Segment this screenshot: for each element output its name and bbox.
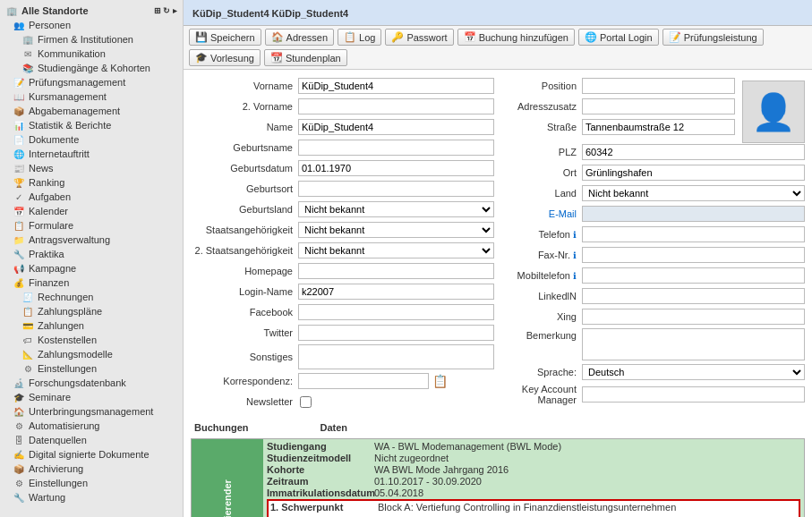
xing-input[interactable] [582,309,805,325]
sonstiges-input[interactable] [298,344,494,369]
loginname-input[interactable] [298,284,494,300]
sidebar-item-dokumente[interactable]: 📄 Dokumente [0,132,183,147]
twitter-input[interactable] [298,325,494,341]
loginname-row: Login-Name [191,283,494,301]
sidebar-item-praktika[interactable]: 🔧 Praktika [0,247,183,261]
homepage-input[interactable] [298,263,494,279]
vorname-input[interactable] [298,78,494,94]
password-button[interactable]: 🔑 Passwort [385,29,453,46]
sprache-select[interactable]: Deutsch [582,364,805,380]
booking-add-button[interactable]: 📅 Buchung hinzufügen [457,29,575,46]
sidebar-item-kampagne[interactable]: 📢 Kampagne [0,261,183,275]
sidebar-item-ranking[interactable]: 🏆 Ranking [0,175,183,190]
sidebar-item-antragsverwaltung[interactable]: 📁 Antragsverwaltung [0,233,183,247]
sidebar-item-studiengaenge[interactable]: 📚 Studiengänge & Kohorten [0,61,183,75]
sidebar-item-pruefungsmanagement[interactable]: 📝 Prüfungsmanagement [0,75,183,89]
vorname2-input[interactable] [298,98,494,114]
sidebar-item-zahlungsplaene[interactable]: 📋 Zahlungspläne [0,304,183,318]
staatsangehoerigkeit2-select[interactable]: Nicht bekannt [298,242,494,258]
toolbar: 💾 Speichern 🏠 Adressen 📋 Log 🔑 Passwort … [184,26,812,70]
strasse-input[interactable] [582,119,735,135]
email-row: E-Mail [501,205,805,223]
news-icon: 📰 [13,164,25,174]
geburtsland-select[interactable]: Nicht bekannt [298,201,494,217]
sidebar-item-alle-standorte[interactable]: 🏢 Alle Standorte ⊞ ↻ ▸ [0,4,183,18]
telefon-input[interactable] [582,226,805,242]
land-select[interactable]: Nicht bekannt [582,185,805,201]
linkedin-input[interactable] [582,288,805,304]
sidebar-item-zahlungen[interactable]: 💳 Zahlungen [0,318,183,333]
geburtsort-input[interactable] [298,181,494,197]
addresses-button[interactable]: 🏠 Adressen [265,29,334,46]
position-row: Position [501,77,735,95]
task-icon: ✓ [13,192,25,202]
sidebar-item-archivierung[interactable]: 📦 Archivierung [0,462,183,476]
sidebar-item-internetauftritt[interactable]: 🌐 Internetauftritt [0,147,183,161]
sidebar-item-kursmanagement[interactable]: 📖 Kursmanagement [0,89,183,104]
geburtsort-row: Geburtsort [191,180,494,198]
sidebar-item-seminare[interactable]: 🎓 Seminare [0,390,183,404]
mobiltelefon-input[interactable] [582,267,805,284]
sonstiges-label: Sonstiges [191,352,298,362]
facebook-input[interactable] [298,304,494,320]
sidebar-label: Einstellungen [29,478,88,488]
sidebar-item-personen[interactable]: 👥 Personen [0,18,183,32]
sidebar-item-unterbringung[interactable]: 🏠 Unterbringungsmanagement [0,404,183,419]
adresszusatz-input[interactable] [582,98,735,114]
sidebar-item-abgabemanagement[interactable]: 📦 Abgabemanagement [0,104,183,118]
sidebar-item-zahlungsmodelle[interactable]: 📐 Zahlungsmodelle [0,347,183,361]
keyaccount-input[interactable] [582,386,805,403]
web-icon: 🌐 [13,149,25,159]
korrespondenz-icon[interactable]: 📋 [432,374,448,388]
plz-input[interactable] [582,144,805,160]
sidebar-item-digital-signierte[interactable]: ✍ Digital signierte Dokumente [0,447,183,462]
portal-login-button[interactable]: 🌐 Portal Login [578,29,659,46]
fax-input[interactable] [582,247,805,263]
log-button[interactable]: 📋 Log [338,29,381,46]
linkedin-row: LinkedlN [501,287,805,305]
xing-row: Xing [501,308,805,326]
schedule-button[interactable]: 📆 Stundenplan [264,49,347,66]
sidebar-label: Internetauftritt [29,148,90,159]
sidebar-item-formulare[interactable]: 📋 Formulare [0,218,183,233]
geburtsdatum-row: Geburtsdatum [191,159,494,177]
email-input[interactable] [582,206,805,222]
newsletter-checkbox[interactable] [300,396,312,408]
sidebar-item-rechnungen[interactable]: 🧾 Rechnungen [0,290,183,304]
staatsangehoerigkeit-select[interactable]: Nicht bekannt [298,222,494,238]
save-button[interactable]: 💾 Speichern [189,29,261,46]
sidebar-item-news[interactable]: 📰 News [0,161,183,175]
sidebar-item-kommunikation[interactable]: ✉ Kommunikation [0,47,183,61]
korrespondenz-input[interactable] [298,373,429,389]
sidebar-label: Archivierung [29,463,83,474]
sidebar-item-forschungsdatenbank[interactable]: 🔬 Forschungsdatenbank [0,376,183,390]
ort-input[interactable] [582,165,805,181]
bookings-header-label: Buchungen [194,422,249,433]
sidebar-item-statistik[interactable]: 📊 Statistik & Berichte [0,118,183,132]
sidebar-item-wartung[interactable]: 🔧 Wartung [0,490,183,504]
sidebar-item-einstellungen[interactable]: ⚙ Einstellungen [0,476,183,490]
lecture-button[interactable]: 🎓 Vorlesung [189,49,261,66]
sidebar-item-firmen[interactable]: 🏢 Firmen & Institutionen [0,32,183,47]
sidebar-label: Digital signierte Dokumente [29,449,150,460]
bemerkung-input[interactable] [582,328,805,360]
exam-performance-button[interactable]: 📝 Prüfungsleistung [662,29,764,46]
sidebar-item-finanzen[interactable]: 💰 Finanzen [0,275,183,290]
sidebar-item-kalender[interactable]: 📅 Kalender [0,204,183,218]
settings-icon: ⚙ [21,364,34,374]
sidebar-item-automatisierung[interactable]: ⚙ Automatisierung [0,419,183,433]
name-label: Name [191,122,298,132]
sidebar-item-kostenstellen[interactable]: 🏷 Kostenstellen [0,333,183,347]
geburtsdatum-input[interactable] [298,160,494,176]
name-input[interactable] [298,119,494,135]
submission-icon: 📦 [13,106,25,116]
sidebar-item-datenquellen[interactable]: 🗄 Datenquellen [0,433,183,447]
address-icon: 🏠 [271,31,284,43]
xing-label: Xing [501,311,582,322]
photo-placeholder-icon: 👤 [751,91,796,133]
geburtsname-input[interactable] [298,140,494,156]
position-input[interactable] [582,78,735,94]
sidebar-item-aufgaben[interactable]: ✓ Aufgaben [0,190,183,204]
position-label: Position [501,81,582,91]
sidebar-item-einstellungen-finanzen[interactable]: ⚙ Einstellungen [0,361,183,376]
